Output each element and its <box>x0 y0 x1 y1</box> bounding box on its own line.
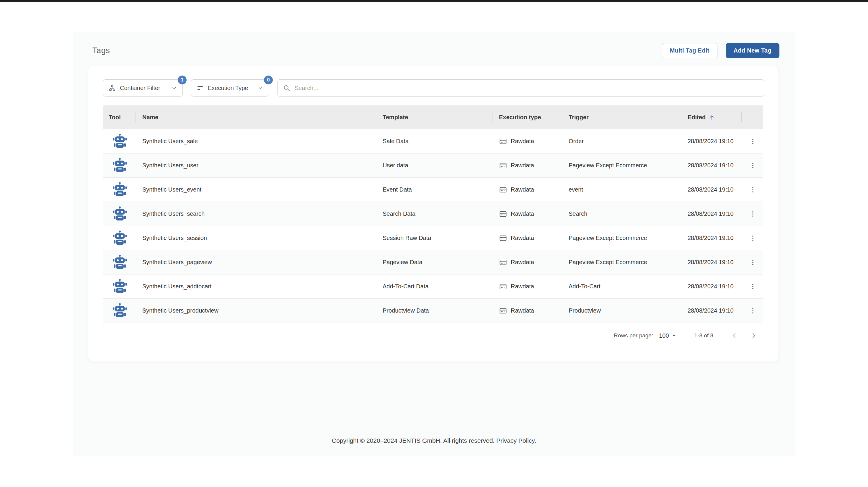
rawdata-icon <box>499 258 507 266</box>
rows-per-page-label: Rows per page: <box>614 332 653 339</box>
kebab-menu-icon <box>749 283 757 290</box>
rawdata-icon <box>499 210 507 218</box>
row-actions-menu-button[interactable] <box>746 232 760 245</box>
row-actions-menu-button[interactable] <box>746 280 760 293</box>
robot-tool-icon <box>112 182 128 198</box>
search-input[interactable] <box>294 85 758 92</box>
rawdata-icon <box>499 283 507 291</box>
tag-edited: 28/08/2024 19:10 <box>682 259 743 266</box>
row-actions-menu-button[interactable] <box>746 159 760 172</box>
tag-edited: 28/08/2024 19:10 <box>682 186 743 193</box>
robot-tool-icon <box>112 133 128 149</box>
tag-trigger: Add-To-Cart <box>563 283 682 290</box>
table-body: Synthetic Users_sale Sale Data Rawdata O… <box>103 129 763 323</box>
execution-type-filter-label: Execution Type <box>208 85 253 92</box>
robot-tool-icon <box>112 303 128 319</box>
tag-name: Synthetic Users_addtocart <box>137 283 377 290</box>
table-row[interactable]: Synthetic Users_session Session Raw Data… <box>103 226 763 250</box>
tag-execution-type: Rawdata <box>511 283 534 290</box>
table-row[interactable]: Synthetic Users_sale Sale Data Rawdata O… <box>103 129 763 154</box>
tag-template: Productview Data <box>377 307 493 314</box>
filter-bar: Container Filter 1 Execution Type <box>103 79 764 97</box>
tag-name: Synthetic Users_pageview <box>137 259 377 266</box>
column-header-name: Name <box>137 114 377 121</box>
kebab-menu-icon <box>749 210 757 218</box>
rawdata-icon <box>499 186 507 194</box>
execution-type-filter-icon <box>197 85 204 92</box>
sort-ascending-icon <box>709 114 715 121</box>
privacy-policy-link[interactable]: Privacy Policy. <box>496 437 536 444</box>
row-actions-menu-button[interactable] <box>746 183 760 196</box>
table-row[interactable]: Synthetic Users_user User data Rawdata P… <box>103 154 763 178</box>
tag-template: Session Raw Data <box>377 235 493 241</box>
table-pagination: Rows per page: 100 1-8 of 8 <box>103 323 763 348</box>
multi-tag-edit-button[interactable]: Multi Tag Edit <box>662 43 717 58</box>
tag-trigger: event <box>563 186 682 193</box>
rawdata-icon <box>499 234 507 242</box>
tag-execution-type: Rawdata <box>511 210 534 217</box>
tag-execution-type: Rawdata <box>511 162 534 169</box>
table-row[interactable]: Synthetic Users_event Event Data Rawdata… <box>103 178 763 202</box>
container-filter-dropdown[interactable]: Container Filter 1 <box>103 79 183 97</box>
add-new-tag-button[interactable]: Add New Tag <box>726 43 780 58</box>
column-header-tool: Tool <box>103 114 137 121</box>
tags-card: Container Filter 1 Execution Type <box>88 66 779 362</box>
rows-per-page-select[interactable]: 100 <box>659 332 676 339</box>
tag-template: Pageview Data <box>377 259 493 266</box>
robot-tool-icon <box>112 279 128 295</box>
container-filter-icon <box>108 85 116 92</box>
kebab-menu-icon <box>749 259 757 266</box>
table-header-row: Tool Name Template Execution type Trigge… <box>103 105 763 129</box>
robot-tool-icon <box>112 158 128 173</box>
previous-page-button[interactable] <box>727 329 741 343</box>
table-row[interactable]: Synthetic Users_pageview Pageview Data R… <box>103 250 763 274</box>
row-actions-menu-button[interactable] <box>746 207 760 221</box>
tag-edited: 28/08/2024 19:10 <box>682 307 743 314</box>
tag-template: User data <box>377 162 493 169</box>
table-row[interactable]: Synthetic Users_search Search Data Rawda… <box>103 202 763 226</box>
chevron-left-icon <box>730 331 738 340</box>
rawdata-icon <box>499 137 507 145</box>
execution-type-dropdown[interactable]: Execution Type 0 <box>191 79 269 97</box>
tag-name: Synthetic Users_session <box>137 235 377 241</box>
page-header: Tags Multi Tag Edit Add New Tag <box>73 32 795 58</box>
table-row[interactable]: Synthetic Users_productview Productview … <box>103 299 763 323</box>
tag-trigger: Pageview Except Ecommerce <box>563 259 682 266</box>
tag-edited: 28/08/2024 19:10 <box>682 138 743 144</box>
tag-name: Synthetic Users_sale <box>137 138 377 144</box>
tag-edited: 28/08/2024 19:10 <box>682 210 743 217</box>
chevron-down-icon <box>257 85 264 91</box>
main-content-region: Tags Multi Tag Edit Add New Tag Containe… <box>73 32 795 456</box>
tag-trigger: Pageview Except Ecommerce <box>563 162 682 169</box>
tag-execution-type: Rawdata <box>511 259 534 266</box>
tag-execution-type: Rawdata <box>511 235 534 241</box>
row-actions-menu-button[interactable] <box>746 135 760 148</box>
rawdata-icon <box>499 307 507 315</box>
next-page-button[interactable] <box>747 329 761 343</box>
kebab-menu-icon <box>749 186 757 194</box>
tag-execution-type: Rawdata <box>511 138 534 144</box>
tag-trigger: Pageview Except Ecommerce <box>563 235 682 241</box>
robot-tool-icon <box>112 230 128 246</box>
tags-table: Tool Name Template Execution type Trigge… <box>103 105 763 348</box>
row-actions-menu-button[interactable] <box>746 304 760 317</box>
tag-name: Synthetic Users_productview <box>137 307 377 314</box>
table-row[interactable]: Synthetic Users_addtocart Add-To-Cart Da… <box>103 274 763 299</box>
tag-template: Search Data <box>377 210 493 217</box>
kebab-menu-icon <box>749 307 757 315</box>
pagination-range: 1-8 of 8 <box>694 332 713 339</box>
window-top-border <box>0 0 868 2</box>
row-actions-menu-button[interactable] <box>746 256 760 269</box>
header-actions: Multi Tag Edit Add New Tag <box>662 43 779 58</box>
kebab-menu-icon <box>749 137 757 145</box>
column-header-edited[interactable]: Edited <box>682 114 743 121</box>
chevron-down-icon <box>171 85 177 91</box>
tag-execution-type: Rawdata <box>511 186 534 193</box>
tag-name: Synthetic Users_user <box>137 162 377 169</box>
tag-template: Event Data <box>377 186 493 193</box>
execution-type-filter-badge: 0 <box>264 75 273 85</box>
tag-trigger: Productview <box>563 307 682 314</box>
robot-tool-icon <box>112 254 128 270</box>
copyright-footer: Copyright © 2020–2024 JENTIS GmbH. All r… <box>73 437 795 444</box>
tag-name: Synthetic Users_event <box>137 186 377 193</box>
